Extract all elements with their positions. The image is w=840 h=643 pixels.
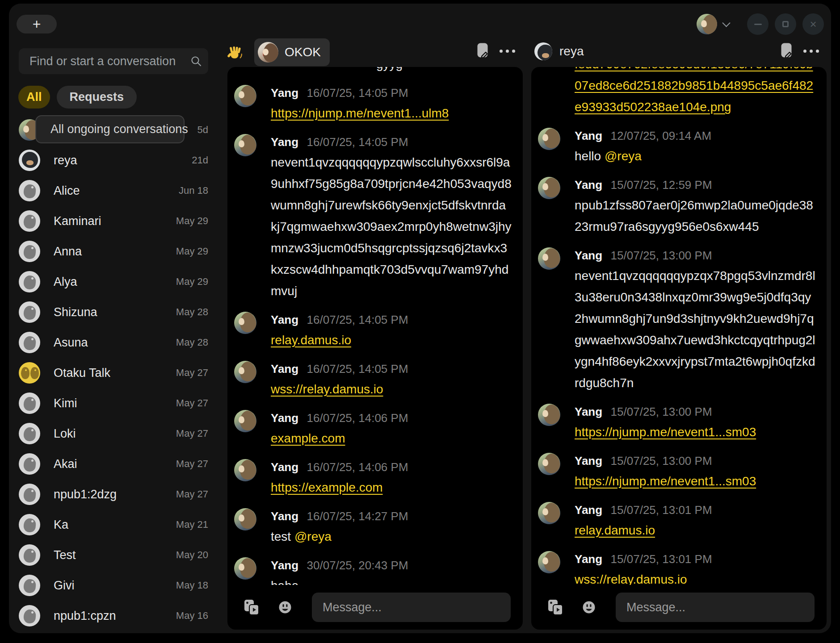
conversation-timestamp: May 27: [176, 458, 208, 470]
conversation-list-item[interactable]: Ka May 21: [9, 509, 219, 540]
message-author-avatar[interactable]: [234, 410, 256, 432]
message-list[interactable]: f8dd769e762fe83593d6f13586/7e7119fc6b07e…: [531, 67, 827, 585]
conversation-list-item[interactable]: Anna May 29: [9, 236, 219, 267]
message-timestamp: 15/07/25, 12:59 PM: [611, 178, 712, 192]
conversation-avatar: [19, 605, 40, 626]
conversation-list-item[interactable]: Kaminari May 29: [9, 206, 219, 236]
conversation-list-item[interactable]: Shizuna May 28: [9, 297, 219, 327]
search-bar: [19, 48, 208, 74]
message-part-link[interactable]: relay.damus.io: [271, 333, 351, 347]
message-author-avatar[interactable]: [234, 361, 256, 383]
message-author[interactable]: Yang: [271, 86, 298, 100]
message-author-avatar[interactable]: [234, 508, 256, 530]
message-author-avatar[interactable]: [538, 404, 560, 426]
conversation-list-item[interactable]: Givi May 18: [9, 570, 219, 601]
message-input[interactable]: [616, 593, 815, 622]
media-attach-icon[interactable]: [244, 599, 259, 615]
message-timestamp: 15/07/25, 13:00 PM: [611, 405, 712, 418]
emoji-picker-icon[interactable]: [582, 600, 596, 614]
conversation-list-item[interactable]: Kimi May 27: [9, 388, 219, 418]
conversation-list-item[interactable]: Test May 20: [9, 540, 219, 570]
message-author-avatar[interactable]: [234, 85, 256, 107]
conversation-list-item[interactable]: npub1:cpzn May 16: [9, 601, 219, 631]
search-input[interactable]: [19, 48, 208, 74]
close-button[interactable]: ×: [802, 13, 824, 35]
message-timestamp: 15/07/25, 13:00 PM: [611, 454, 712, 468]
message-part-link[interactable]: wss://relay.damus.io: [271, 382, 383, 396]
message-author-avatar[interactable]: [538, 551, 560, 573]
message-author-avatar[interactable]: [538, 453, 560, 475]
more-options-icon[interactable]: [500, 50, 515, 53]
conversation-list-item[interactable]: Otaku Talk May 27: [9, 358, 219, 388]
tab-requests[interactable]: Requests: [57, 86, 137, 109]
message-author[interactable]: Yang: [271, 559, 298, 572]
conversation-list-item[interactable]: npub1:2dzg May 27: [9, 479, 219, 509]
conversation-list-item[interactable]: Akai May 27: [9, 449, 219, 479]
message-author-avatar[interactable]: [538, 247, 560, 270]
message-part-link[interactable]: https://njump.me/nevent1...sm03: [575, 474, 756, 488]
message-timestamp: 16/07/25, 14:05 PM: [307, 86, 408, 100]
message-author-avatar[interactable]: [234, 134, 256, 156]
message-author[interactable]: Yang: [271, 460, 298, 474]
emoji-picker-icon[interactable]: [278, 600, 292, 614]
message-timestamp: 16/07/25, 14:06 PM: [307, 460, 408, 474]
conversation-list-item[interactable]: Loki May 27: [9, 418, 219, 449]
message-author[interactable]: Yang: [575, 552, 602, 566]
new-conversation-button[interactable]: +: [17, 15, 57, 33]
message-timestamp: 16/07/25, 14:05 PM: [307, 313, 408, 326]
message-part-link[interactable]: wss://relay.damus.io: [575, 572, 687, 585]
message-author[interactable]: Yang: [575, 503, 602, 517]
message-part-link[interactable]: https://njump.me/nevent1...ulm8: [271, 106, 449, 120]
message-author[interactable]: Yang: [271, 509, 298, 523]
media-attach-icon[interactable]: [548, 599, 563, 615]
message-author[interactable]: Yang: [575, 454, 602, 468]
message-text: nevent1qvzqqqqqqypzqx78pgq53vlnzmdr8l3u3…: [575, 265, 816, 394]
message-author-avatar[interactable]: [234, 557, 256, 580]
message-author[interactable]: Yang: [271, 135, 298, 149]
tab-all[interactable]: All: [18, 86, 50, 109]
message-author[interactable]: Yang: [575, 129, 602, 142]
active-chat-pill[interactable]: OKOK: [254, 38, 330, 66]
conversation-list-item[interactable]: Asuna May 28: [9, 327, 219, 358]
message-author[interactable]: Yang: [575, 405, 602, 418]
conversation-timestamp: May 27: [176, 397, 208, 409]
message-author-avatar[interactable]: [538, 502, 560, 524]
message-author[interactable]: Yang: [271, 411, 298, 425]
message-part-link[interactable]: https://njump.me/nevent1...sm03: [575, 425, 756, 439]
message-list[interactable]: gyyg Yang 16/07/25, 14:05 PM https://nju…: [227, 67, 523, 585]
message-author-avatar[interactable]: [234, 312, 256, 334]
message-part-link[interactable]: example.com: [271, 431, 345, 445]
message-input[interactable]: [312, 593, 511, 622]
note-icon[interactable]: [477, 43, 488, 59]
conversation-list-item[interactable]: Alya May 29: [9, 267, 219, 297]
message-part-mention[interactable]: @reya: [294, 530, 332, 543]
message-part-text: nevent1qvzqqqqqqypzqx78pgq53vlnzmdr8l3u3…: [575, 269, 815, 390]
message-author-avatar[interactable]: [234, 459, 256, 481]
conversation-timestamp: May 28: [176, 337, 208, 348]
more-options-icon[interactable]: [803, 50, 819, 53]
conversation-name: Akai: [54, 457, 77, 471]
right-chat-title[interactable]: reya: [534, 42, 584, 60]
message-part-link[interactable]: https://example.com: [271, 480, 383, 494]
message-part-longlink[interactable]: f8dd769e762fe83593d6f13586/7e7119fc6b07e…: [575, 67, 813, 114]
message-author-avatar[interactable]: [538, 177, 560, 199]
message-part-mention[interactable]: @reya: [605, 149, 642, 163]
note-icon[interactable]: [781, 43, 792, 59]
maximize-button[interactable]: [775, 13, 796, 35]
message-author[interactable]: Yang: [271, 313, 298, 326]
message-part-link[interactable]: relay.damus.io: [575, 523, 655, 537]
conversation-list-item[interactable]: reya 21d: [9, 145, 219, 175]
conversation-name: Kaminari: [54, 214, 101, 228]
message-author[interactable]: Yang: [575, 178, 602, 192]
chevron-down-icon[interactable]: [722, 19, 730, 27]
message-author[interactable]: Yang: [575, 249, 602, 262]
conversation-timestamp: May 29: [176, 246, 208, 257]
message-author-avatar[interactable]: [538, 128, 560, 150]
message-part-text: npub1zfss807aer0j26mwp2la0ume0jqde3823rm…: [575, 198, 813, 234]
message: Yang 16/07/25, 14:27 PM test @reya: [234, 508, 512, 547]
message-author[interactable]: Yang: [271, 362, 298, 376]
current-user-avatar[interactable]: [697, 14, 717, 34]
message-header: Yang 16/07/25, 14:05 PM: [271, 134, 512, 152]
conversation-list-item[interactable]: Alice Jun 18: [9, 175, 219, 206]
minimize-button[interactable]: [747, 13, 769, 35]
